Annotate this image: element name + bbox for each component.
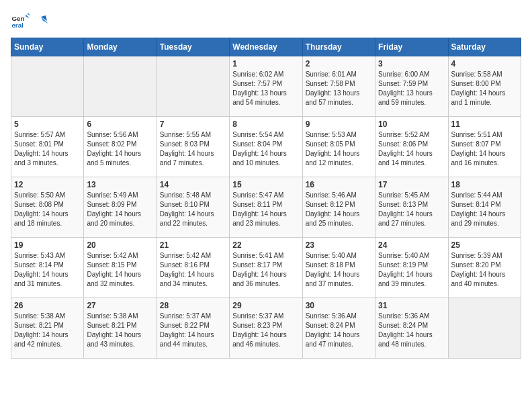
sunrise-label: Sunrise: 6:01 AM [306,71,357,78]
calendar-cell: 8 Sunrise: 5:54 AM Sunset: 8:04 PM Dayli… [230,117,302,177]
sunrise-label: Sunrise: 5:54 AM [232,131,283,138]
daylight-label: Daylight: 14 hours and 47 minutes. [306,331,360,348]
svg-marker-3 [28,13,30,17]
calendar-week-row: 26 Sunrise: 5:38 AM Sunset: 8:21 PM Dayl… [11,298,521,359]
daylight-label: Daylight: 14 hours and 12 minutes. [306,150,360,167]
calendar-cell: 12 Sunrise: 5:50 AM Sunset: 8:08 PM Dayl… [11,177,84,238]
daylight-label: Daylight: 14 hours and 1 minute. [451,89,506,106]
sunrise-label: Sunrise: 5:43 AM [14,252,65,259]
day-number: 24 [378,240,445,250]
day-number: 20 [87,240,153,250]
calendar-cell: 11 Sunrise: 5:51 AM Sunset: 8:07 PM Dayl… [448,117,521,177]
calendar-header-row: SundayMondayTuesdayWednesdayThursdayFrid… [11,38,521,56]
sunset-label: Sunset: 7:57 PM [232,80,282,87]
sunset-label: Sunset: 8:09 PM [87,201,136,208]
calendar-cell: 3 Sunrise: 6:00 AM Sunset: 7:59 PM Dayli… [375,56,448,117]
cell-content: Sunrise: 5:57 AM Sunset: 8:01 PM Dayligh… [14,130,81,168]
day-number: 22 [232,240,299,250]
calendar-cell: 1 Sunrise: 6:02 AM Sunset: 7:57 PM Dayli… [230,56,302,117]
sunset-label: Sunset: 7:58 PM [306,80,355,87]
sunrise-label: Sunrise: 5:36 AM [306,312,357,320]
weekday-header: Saturday [448,38,521,56]
day-number: 21 [160,240,226,250]
daylight-label: Daylight: 14 hours and 7 minutes. [160,150,214,167]
weekday-header: Wednesday [230,38,302,56]
cell-content: Sunrise: 5:51 AM Sunset: 8:07 PM Dayligh… [451,130,518,168]
sunset-label: Sunset: 8:13 PM [378,201,428,208]
sunrise-label: Sunrise: 5:37 AM [232,312,283,320]
day-number: 7 [160,120,226,129]
sunset-label: Sunset: 7:59 PM [378,80,428,87]
sunrise-label: Sunrise: 5:50 AM [14,191,65,199]
sunset-label: Sunset: 8:05 PM [306,140,355,148]
sunrise-label: Sunrise: 5:40 AM [306,252,357,259]
cell-content: Sunrise: 5:50 AM Sunset: 8:08 PM Dayligh… [14,191,81,228]
cell-content: Sunrise: 6:02 AM Sunset: 7:57 PM Dayligh… [232,70,299,107]
sunset-label: Sunset: 8:24 PM [306,322,355,329]
daylight-label: Daylight: 14 hours and 37 minutes. [306,271,360,287]
cell-content: Sunrise: 5:56 AM Sunset: 8:02 PM Dayligh… [87,130,153,168]
day-number: 25 [451,240,518,250]
day-number: 14 [160,180,226,189]
daylight-label: Daylight: 14 hours and 5 minutes. [87,150,141,167]
cell-content: Sunrise: 5:43 AM Sunset: 8:14 PM Dayligh… [14,251,81,289]
day-number: 12 [14,180,81,189]
calendar-cell: 23 Sunrise: 5:40 AM Sunset: 8:18 PM Dayl… [302,238,375,298]
calendar-cell: 13 Sunrise: 5:49 AM Sunset: 8:09 PM Dayl… [84,177,157,238]
calendar-cell: 14 Sunrise: 5:48 AM Sunset: 8:10 PM Dayl… [157,177,229,238]
sunrise-label: Sunrise: 5:49 AM [87,191,138,199]
daylight-label: Daylight: 14 hours and 48 minutes. [378,331,433,348]
weekday-header: Friday [375,38,448,56]
header: Gen eral [11,11,521,30]
calendar-week-row: 1 Sunrise: 6:02 AM Sunset: 7:57 PM Dayli… [11,56,521,117]
day-number: 11 [451,120,518,129]
sunset-label: Sunset: 8:06 PM [378,140,428,148]
calendar-cell: 18 Sunrise: 5:44 AM Sunset: 8:14 PM Dayl… [448,177,521,238]
calendar-week-row: 5 Sunrise: 5:57 AM Sunset: 8:01 PM Dayli… [11,117,521,177]
sunset-label: Sunset: 8:00 PM [451,80,501,87]
daylight-label: Daylight: 14 hours and 3 minutes. [14,150,69,167]
daylight-label: Daylight: 13 hours and 57 minutes. [306,89,360,106]
cell-content: Sunrise: 5:40 AM Sunset: 8:19 PM Dayligh… [378,251,445,289]
daylight-label: Daylight: 13 hours and 54 minutes. [232,89,287,106]
daylight-label: Daylight: 14 hours and 14 minutes. [378,150,433,167]
sunset-label: Sunset: 8:07 PM [451,140,501,148]
cell-content: Sunrise: 5:46 AM Sunset: 8:12 PM Dayligh… [306,191,372,228]
cell-content: Sunrise: 5:55 AM Sunset: 8:03 PM Dayligh… [160,130,226,168]
calendar-cell: 20 Sunrise: 5:42 AM Sunset: 8:15 PM Dayl… [84,238,157,298]
day-number: 5 [14,120,81,129]
calendar-cell: 17 Sunrise: 5:45 AM Sunset: 8:13 PM Dayl… [375,177,448,238]
cell-content: Sunrise: 5:37 AM Sunset: 8:22 PM Dayligh… [160,312,226,349]
sunrise-label: Sunrise: 6:00 AM [378,71,429,78]
sunrise-label: Sunrise: 5:47 AM [232,191,283,199]
daylight-label: Daylight: 14 hours and 23 minutes. [232,210,287,227]
cell-content: Sunrise: 6:01 AM Sunset: 7:58 PM Dayligh… [306,70,372,107]
calendar-cell: 27 Sunrise: 5:38 AM Sunset: 8:21 PM Dayl… [84,298,157,359]
svg-text:eral: eral [11,21,24,29]
daylight-label: Daylight: 14 hours and 42 minutes. [14,331,69,348]
calendar-cell: 22 Sunrise: 5:41 AM Sunset: 8:17 PM Dayl… [230,238,302,298]
sunrise-label: Sunrise: 5:36 AM [378,312,429,320]
sunrise-label: Sunrise: 5:39 AM [451,252,502,259]
calendar-cell: 2 Sunrise: 6:01 AM Sunset: 7:58 PM Dayli… [302,56,375,117]
calendar-cell: 29 Sunrise: 5:37 AM Sunset: 8:23 PM Dayl… [230,298,302,359]
daylight-label: Daylight: 14 hours and 40 minutes. [451,271,506,287]
sunrise-label: Sunrise: 5:55 AM [160,131,211,138]
sunset-label: Sunset: 8:10 PM [160,201,210,208]
sunset-label: Sunset: 8:22 PM [160,322,210,329]
sunrise-label: Sunrise: 5:51 AM [451,131,502,138]
calendar-cell: 21 Sunrise: 5:42 AM Sunset: 8:16 PM Dayl… [157,238,229,298]
calendar-body: 1 Sunrise: 6:02 AM Sunset: 7:57 PM Dayli… [11,56,521,359]
sunset-label: Sunset: 8:11 PM [232,201,282,208]
sunset-label: Sunset: 8:14 PM [14,261,64,269]
sunset-label: Sunset: 8:18 PM [306,261,355,269]
day-number: 13 [87,180,153,189]
cell-content: Sunrise: 5:44 AM Sunset: 8:14 PM Dayligh… [451,191,518,228]
cell-content: Sunrise: 5:40 AM Sunset: 8:18 PM Dayligh… [306,251,372,289]
sunset-label: Sunset: 8:16 PM [160,261,210,269]
day-number: 31 [378,301,445,310]
daylight-label: Daylight: 14 hours and 44 minutes. [160,331,214,348]
calendar-cell [157,56,229,117]
sunset-label: Sunset: 8:03 PM [160,140,210,148]
calendar-cell: 24 Sunrise: 5:40 AM Sunset: 8:19 PM Dayl… [375,238,448,298]
